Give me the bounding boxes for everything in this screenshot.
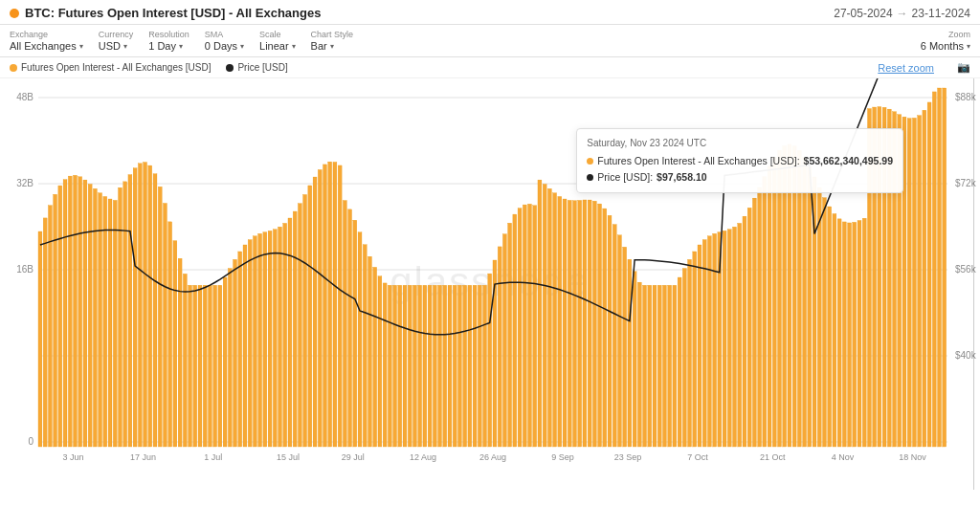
svg-rect-142 <box>682 269 686 447</box>
svg-rect-144 <box>693 252 697 447</box>
svg-rect-37 <box>158 187 162 447</box>
svg-rect-41 <box>178 258 182 447</box>
svg-text:29 Jul: 29 Jul <box>342 452 365 462</box>
svg-rect-48 <box>213 285 217 447</box>
date-range: 27-05-2024 → 23-11-2024 <box>834 7 970 20</box>
svg-rect-96 <box>453 285 457 447</box>
svg-text:7 Oct: 7 Oct <box>687 452 708 462</box>
svg-rect-19 <box>68 176 72 447</box>
svg-rect-107 <box>508 223 512 447</box>
svg-rect-65 <box>298 204 301 447</box>
resolution-chevron-icon: ▾ <box>179 42 183 51</box>
svg-rect-116 <box>553 193 557 447</box>
svg-rect-133 <box>637 282 641 447</box>
resolution-label: Resolution <box>148 30 189 39</box>
svg-rect-98 <box>463 285 467 447</box>
sma-select[interactable]: 0 Days ▾ <box>205 40 244 52</box>
svg-rect-101 <box>478 285 481 447</box>
scale-label: Scale <box>259 30 296 39</box>
date-start: 27-05-2024 <box>834 7 892 20</box>
svg-rect-150 <box>723 231 726 447</box>
svg-rect-44 <box>193 285 197 447</box>
svg-text:23 Sep: 23 Sep <box>614 452 642 462</box>
svg-rect-56 <box>253 236 256 447</box>
resolution-select[interactable]: 1 Day ▾ <box>148 40 189 52</box>
chart-style-select[interactable]: Bar ▾ <box>311 40 354 52</box>
svg-rect-14 <box>43 218 47 447</box>
svg-rect-35 <box>148 165 152 447</box>
svg-rect-159 <box>768 166 771 447</box>
svg-rect-30 <box>123 182 127 447</box>
svg-rect-167 <box>808 166 812 447</box>
svg-rect-71 <box>328 162 332 447</box>
svg-rect-86 <box>403 285 407 447</box>
svg-rect-23 <box>88 184 92 447</box>
reset-zoom-button[interactable]: Reset zoom <box>878 62 934 74</box>
svg-rect-136 <box>653 285 657 447</box>
svg-rect-22 <box>83 180 87 447</box>
svg-rect-146 <box>702 240 706 447</box>
svg-rect-113 <box>538 180 542 447</box>
legend-item-price: Price [USD] <box>226 62 287 73</box>
svg-rect-143 <box>688 259 692 447</box>
svg-rect-63 <box>288 218 292 447</box>
svg-rect-138 <box>662 285 666 447</box>
svg-text:26 Aug: 26 Aug <box>479 452 506 462</box>
svg-rect-160 <box>772 157 776 447</box>
svg-rect-55 <box>248 240 252 447</box>
svg-rect-103 <box>488 274 492 447</box>
zoom-control: Zoom 6 Months ▾ <box>921 30 970 52</box>
exchange-select[interactable]: All Exchanges ▾ <box>10 40 83 52</box>
svg-rect-88 <box>412 285 416 447</box>
scale-control: Scale Linear ▾ <box>259 30 296 52</box>
svg-rect-111 <box>528 204 532 447</box>
svg-rect-13 <box>38 231 42 447</box>
currency-select[interactable]: USD ▾ <box>99 40 134 52</box>
svg-rect-60 <box>273 230 277 447</box>
exchange-chevron-icon: ▾ <box>79 42 83 51</box>
svg-rect-93 <box>438 285 442 447</box>
svg-rect-130 <box>623 247 627 447</box>
svg-rect-95 <box>448 285 452 447</box>
svg-rect-57 <box>258 233 262 447</box>
sma-label: SMA <box>205 30 244 39</box>
svg-rect-147 <box>707 236 711 447</box>
svg-rect-118 <box>563 199 567 447</box>
svg-rect-165 <box>797 150 801 447</box>
camera-icon[interactable]: 📷 <box>957 61 970 74</box>
svg-rect-123 <box>588 200 591 447</box>
svg-rect-121 <box>578 200 582 447</box>
svg-rect-16 <box>54 194 57 447</box>
svg-text:17 Jun: 17 Jun <box>130 452 156 462</box>
svg-rect-173 <box>837 219 841 447</box>
svg-rect-105 <box>498 247 501 447</box>
zoom-select[interactable]: 6 Months ▾ <box>921 40 970 52</box>
svg-rect-29 <box>119 187 122 447</box>
svg-rect-175 <box>848 223 852 447</box>
svg-text:3 Jun: 3 Jun <box>63 452 84 462</box>
svg-rect-62 <box>283 223 287 447</box>
svg-rect-80 <box>373 267 377 447</box>
svg-rect-135 <box>648 285 652 447</box>
svg-rect-43 <box>189 285 192 447</box>
svg-rect-129 <box>617 235 621 447</box>
legend-row: Futures Open Interest - All Exchanges [U… <box>0 57 980 78</box>
svg-rect-67 <box>308 186 312 447</box>
svg-rect-66 <box>303 194 307 447</box>
svg-rect-45 <box>198 285 202 447</box>
svg-rect-69 <box>318 169 322 447</box>
chart-style-chevron-icon: ▾ <box>330 42 334 51</box>
scale-select[interactable]: Linear ▾ <box>259 40 296 52</box>
svg-rect-110 <box>523 205 526 447</box>
svg-rect-58 <box>263 232 267 447</box>
svg-rect-191 <box>927 102 931 447</box>
svg-rect-91 <box>428 285 432 447</box>
svg-rect-54 <box>243 245 247 447</box>
svg-rect-28 <box>113 200 117 447</box>
zoom-chevron-icon: ▾ <box>967 42 970 51</box>
svg-rect-108 <box>513 214 517 447</box>
svg-rect-84 <box>393 285 397 447</box>
svg-rect-132 <box>633 272 636 447</box>
svg-rect-87 <box>408 285 412 447</box>
svg-rect-152 <box>733 227 737 447</box>
